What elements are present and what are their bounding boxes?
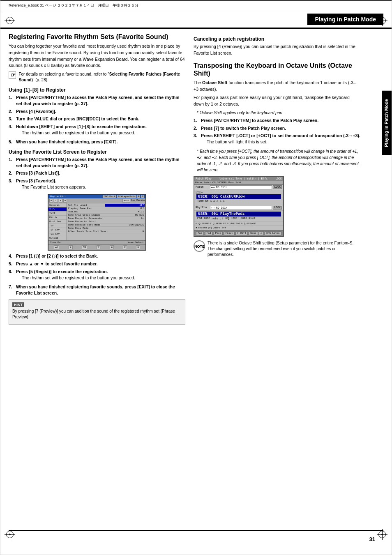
- re-sidebar: General Info INIT Pitch MusE Env TVF TVF…: [48, 203, 67, 240]
- step-2: 2. Press [4 (Favorite)].: [9, 108, 185, 115]
- ps-record-label: Record: [198, 226, 207, 229]
- ps-foot-btn5[interactable]: [-OCT]: [235, 231, 248, 235]
- ps-foot-btn3[interactable]: Pacd: [214, 231, 223, 235]
- ps-menu3[interactable]: COLORCNTRL: [212, 181, 227, 184]
- re-row-2: Playing Tone Pan 117: [67, 207, 145, 210]
- re-row-9: After Touch Tone Ctrl Sens 0: [67, 230, 145, 233]
- ps-look-btn[interactable]: LOOK: [273, 185, 282, 189]
- re-row-4: Tone Grab Group Engine RC-BLS: [67, 214, 145, 217]
- re-main-panel: Rch Pts Level 117 Playing Tone Pan 117 R…: [67, 203, 145, 240]
- ps-user-label-2: USER: 001 PlayThePadz: [198, 212, 244, 216]
- ps-foot-btn1[interactable]: Pat: [196, 231, 204, 235]
- ps-ctrl-qresolve: ⊙ Q-RESOLVE: [210, 222, 226, 225]
- re-foot-btn7[interactable]: 1: [136, 245, 140, 249]
- section-registering-heading: Registering Favorite Rhythm Sets (Favori…: [9, 33, 185, 41]
- re-row-1: Rch Pts Level 117: [67, 204, 145, 207]
- ps-user-display-1: USER: 001 CatchURFlow: [196, 194, 281, 199]
- fav-step-4: 4. Press [1 (♩)] or [2 (♪)] to select th…: [9, 253, 185, 259]
- section-favorite-list-heading: Using the Favorite List Screen to Regist…: [9, 149, 185, 155]
- hint-label: HINT: [12, 302, 24, 307]
- ps-type2-value: ⟵⟶ NO 351H: [210, 206, 272, 210]
- ps-set-label: Set: [196, 191, 201, 194]
- ps-look-btn2[interactable]: LOOK: [273, 206, 282, 210]
- sidebar-item-general[interactable]: General: [48, 203, 67, 207]
- side-tab: Playing in Patch Mode: [382, 91, 392, 155]
- sidebar-item-tva-env[interactable]: TVA ENV: [48, 232, 67, 236]
- fav-step-5: 5. Press ▲ or ▼ to select favorite numbe…: [9, 261, 185, 267]
- re-btn-w[interactable]: W: [49, 199, 53, 203]
- ps-pattern: |V|: [208, 226, 212, 229]
- sidebar-item-output[interactable]: Output: [48, 236, 67, 240]
- sidebar-item-tvf-env[interactable]: TVF ENV: [48, 228, 67, 232]
- ps-foot-btn6[interactable]: None: [249, 231, 258, 235]
- re-tab3: B: [137, 195, 141, 198]
- sidebar-item-muse-env[interactable]: MusE Env: [48, 220, 67, 224]
- re-bottom-bar: Tone Du Name Select: [48, 240, 145, 244]
- ps-pad-reg-label: note ♩♩: [212, 217, 223, 220]
- reg-mark-br: [378, 530, 386, 538]
- note-ref-box: ☞ For details on selecting a favorite so…: [9, 71, 185, 83]
- ps-foot-btn2[interactable]: Fad: [205, 231, 213, 235]
- transpose-asterisk1: * Octave Shift applies only to the keybo…: [197, 110, 360, 116]
- re-tab1: INC Part: [103, 195, 116, 198]
- re-tab4: C: [141, 195, 144, 198]
- re-title: Rhythm Edit: [50, 195, 66, 198]
- ps-menu5[interactable]: Edit: [235, 181, 241, 184]
- re-row-3: RSVLTNG MLLI: [67, 210, 145, 214]
- cancel-heading: Canceling a patch registration: [194, 36, 360, 42]
- reg-mark-tl: [6, 17, 14, 25]
- ps-menu1[interactable]: Mixer: [195, 181, 203, 184]
- re-foot-btn6[interactable]: 0: [123, 245, 127, 249]
- ps-type-value: ⟵⟶ NO 351H: [210, 185, 272, 189]
- re-row-5: Tone Recov to Expression 0c: [67, 217, 145, 220]
- re-titlebar: Rhythm Edit INC Part EfXLayerPadz B C: [48, 195, 145, 198]
- sidebar-item-pitch[interactable]: Pitch: [48, 216, 67, 220]
- ps-foot-btn8[interactable]: DPK Level: [265, 231, 281, 235]
- sidebar-item-info[interactable]: Info: [48, 207, 67, 212]
- page-number: 31: [369, 536, 375, 542]
- re-btn-x[interactable]: X: [59, 199, 62, 203]
- re-bottom-left: Tone Du: [50, 241, 60, 244]
- page-header: Playing in Patch Mode: [0, 10, 392, 29]
- re-foot-btn3[interactable]: MO: [82, 245, 87, 249]
- sidebar-item-init[interactable]: INIT: [48, 212, 67, 216]
- re-foot-btn2[interactable]: 2: [69, 245, 73, 249]
- ps-sub-row-1: Tone 5H ⊙ ⊙ ⊙ ⊙ ⊙: [196, 200, 282, 203]
- step-4: 4. Hold down [SHIFT] and press [1]–[8] t…: [9, 124, 185, 137]
- note-box: NOTE There is a single Octave Shift sett…: [194, 240, 360, 260]
- hint-text: By pressing [7 (Preview)] you can auditi…: [12, 309, 182, 320]
- re-toolbar: W Z X ⊞ MRG0 Gap Margin: [48, 198, 145, 203]
- section-using-18-heading: Using [1]–[8] to Register: [9, 87, 185, 93]
- ps-tabs: Universal Tone | mutitn | Effx: [219, 177, 267, 180]
- top-ref-text: Reference_e.book 31 ページ ２０２３年７月１４日 月曜日 午…: [9, 3, 138, 8]
- patch-play-screen: Patch Play Universal Tone | mutitn | Eff…: [194, 176, 284, 237]
- bottom-rule: [9, 530, 383, 531]
- ps-pad-tone-label: Pad Tone: [197, 217, 210, 220]
- top-bar: Reference_e.book 31 ページ ２０２３年７月１４日 月曜日 午…: [0, 0, 392, 10]
- re-btn-z[interactable]: Z: [54, 199, 58, 203]
- ps-foot-btn4[interactable]: Frout: [224, 231, 235, 235]
- rhythm-edit-screen: Rhythm Edit INC Part EfXLayerPadz B C W …: [48, 194, 146, 251]
- ps-user-label-1: USER: 001 CatchURFlow: [198, 195, 244, 199]
- re-btn-grid[interactable]: ⊞: [63, 199, 67, 203]
- fav-step-7: 7. When you have finished registering fa…: [9, 284, 185, 296]
- trans-step-2: 2. Press [7] to switch the Patch Play sc…: [194, 125, 360, 131]
- sidebar-item-tvf[interactable]: TVF: [48, 224, 67, 228]
- ps-sub-row-2: Pad Tone note ♩♩ Reg Tone: Zozo kiko: [196, 217, 282, 220]
- re-btn-mrg0[interactable]: MRG0: [122, 199, 130, 203]
- hint-box: HINT By pressing [7 (Preview)] you can a…: [9, 299, 185, 325]
- re-sidebar-content: General Info INIT Pitch MusE Env TVF TVF…: [48, 203, 145, 240]
- re-bottom-right: Name Select: [127, 241, 144, 244]
- ps-menu4[interactable]: Proc: [228, 181, 234, 184]
- ps-chord-label: Chord eff: [213, 226, 226, 229]
- reg-mark-bl: [6, 530, 14, 538]
- ps-foot-btn7[interactable]: ⊙: [259, 231, 264, 235]
- transpose-heading: Transposing the Keyboard in Octave Units…: [194, 62, 360, 77]
- ps-record-btn[interactable]: ●: [196, 226, 197, 229]
- ps-ctrl-unitpos: ⊙ UNITPOS: [227, 222, 240, 225]
- re-foot-btn5[interactable]: ⊞: [110, 245, 114, 249]
- ps-menu2[interactable]: Patch: [204, 181, 211, 184]
- re-foot-btn4[interactable]: W: [97, 245, 101, 249]
- re-foot-btn1[interactable]: ⟵1: [54, 245, 59, 249]
- main-content: Registering Favorite Rhythm Sets (Favori…: [0, 29, 392, 332]
